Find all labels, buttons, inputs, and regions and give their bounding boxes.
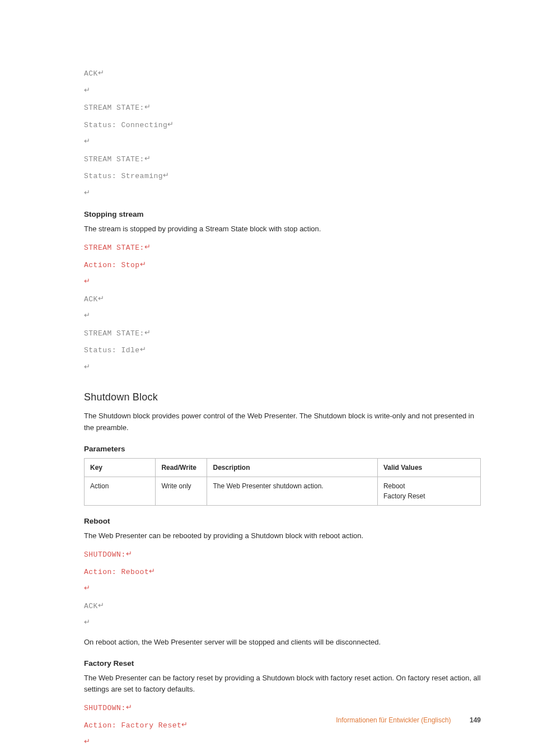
heading-stopping-stream: Stopping stream [84, 209, 481, 220]
text-stopping-stream: The stream is stopped by providing a Str… [84, 223, 481, 235]
th-valid: Valid Values [377, 458, 480, 477]
heading-reboot: Reboot [84, 516, 481, 527]
td-desc: The Web Presenter shutdown action. [207, 477, 377, 505]
code-line: ↵ [84, 582, 481, 595]
code-line: Action: Stop↵ [84, 259, 481, 271]
heading-shutdown-block: Shutdown Block [84, 390, 481, 405]
code-block-stop: STREAM STATE:↵ Action: Stop↵ ↵ ACK↵ ↵ ST… [84, 241, 481, 373]
td-key: Action [85, 477, 156, 505]
th-desc: Description [207, 458, 377, 477]
document-page: ACK↵ ↵ STREAM STATE:↵ Status: Connecting… [0, 0, 534, 756]
text-factory-reset: The Web Presenter can be factory reset b… [84, 673, 481, 695]
code-line: ↵ [84, 736, 481, 748]
text-shutdown-block: The Shutdown block provides power contro… [84, 410, 481, 433]
code-line: Status: Idle↵ [84, 344, 481, 356]
valid-value: Factory Reset [383, 491, 475, 501]
table-header-row: Key Read/Write Description Valid Values [85, 458, 481, 477]
code-line: Action: Reboot↵ [84, 566, 481, 578]
code-line: ↵ [84, 276, 481, 288]
footer-section-title: Informationen für Entwickler (Englisch) [336, 716, 451, 724]
heading-factory-reset: Factory Reset [84, 658, 481, 669]
code-line: STREAM STATE:↵ [84, 153, 481, 165]
code-line: ACK↵ [84, 753, 481, 756]
th-key: Key [85, 458, 156, 477]
page-footer: Informationen für Entwickler (Englisch) … [336, 715, 481, 725]
code-line: ↵ [84, 361, 481, 374]
code-line: ↵ [84, 136, 481, 148]
code-block-ack-stream: ACK↵ ↵ STREAM STATE:↵ Status: Connecting… [84, 67, 481, 199]
table-row: Action Write only The Web Presenter shut… [85, 477, 481, 505]
code-line: Status: Streaming↵ [84, 170, 481, 182]
text-reboot: The Web Presenter can be rebooted by pro… [84, 530, 481, 542]
code-line: ACK↵ [84, 67, 481, 80]
code-line: ACK↵ [84, 600, 481, 612]
text-reboot-after: On reboot action, the Web Presenter serv… [84, 637, 481, 648]
code-line: STREAM STATE:↵ [84, 241, 481, 254]
code-line: ↵ [84, 187, 481, 199]
code-line: ↵ [84, 310, 481, 322]
code-line: STREAM STATE:↵ [84, 327, 481, 339]
footer-page-number: 149 [470, 716, 481, 724]
valid-value: Reboot [383, 481, 475, 491]
code-line: ACK↵ [84, 293, 481, 305]
code-line: STREAM STATE:↵ [84, 101, 481, 114]
code-block-reboot: SHUTDOWN:↵ Action: Reboot↵ ↵ ACK↵ ↵ [84, 548, 481, 629]
code-block-factory-reset: SHUTDOWN:↵ Action: Factory Reset↵ ↵ ACK↵… [84, 702, 481, 756]
td-valid: Reboot Factory Reset [377, 477, 480, 505]
code-line: SHUTDOWN:↵ [84, 702, 481, 714]
td-rw: Write only [156, 477, 207, 505]
code-line: Status: Connecting↵ [84, 119, 481, 131]
code-line: SHUTDOWN:↵ [84, 548, 481, 561]
parameters-table: Key Read/Write Description Valid Values … [84, 458, 481, 506]
th-rw: Read/Write [156, 458, 207, 477]
heading-parameters: Parameters [84, 444, 481, 455]
code-line: ↵ [84, 617, 481, 629]
code-line: ↵ [84, 85, 481, 97]
